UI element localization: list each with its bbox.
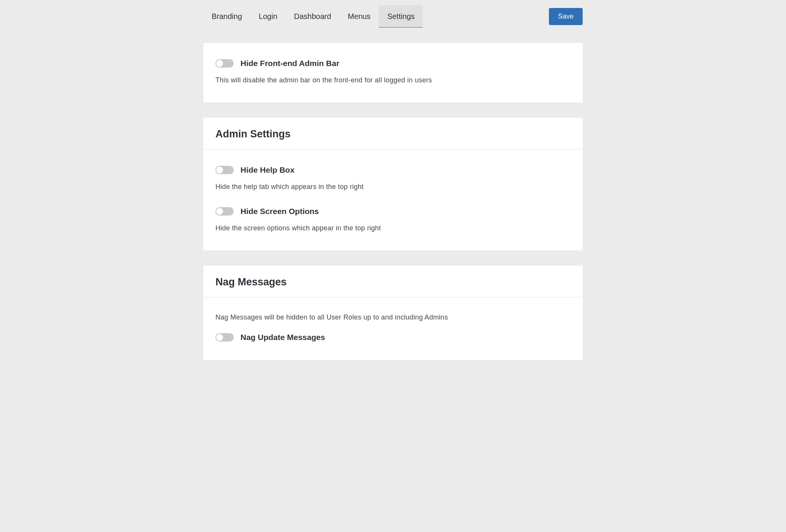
save-button[interactable]: Save bbox=[549, 8, 583, 25]
option-title: Hide Help Box bbox=[241, 165, 294, 175]
option-hide-screen-options: Hide Screen Options Hide the screen opti… bbox=[215, 207, 571, 232]
option-description: Hide the screen options which appear in … bbox=[215, 224, 571, 232]
toggle-knob bbox=[216, 167, 223, 173]
panel-heading: Admin Settings bbox=[215, 128, 571, 140]
option-hide-admin-bar: Hide Front-end Admin Bar This will disab… bbox=[215, 59, 571, 84]
tab-dashboard[interactable]: Dashboard bbox=[286, 5, 340, 28]
tab-login[interactable]: Login bbox=[250, 5, 286, 28]
toggle-hide-help-box[interactable] bbox=[215, 166, 234, 174]
panel-heading: Nag Messages bbox=[215, 276, 571, 288]
tab-branding[interactable]: Branding bbox=[203, 5, 250, 28]
panel-admin-bar: Hide Front-end Admin Bar This will disab… bbox=[203, 43, 583, 102]
toggle-hide-screen-options[interactable] bbox=[215, 207, 234, 216]
option-nag-update-messages: Nag Update Messages bbox=[215, 333, 571, 342]
toggle-knob bbox=[216, 334, 223, 341]
option-hide-help-box: Hide Help Box Hide the help tab which ap… bbox=[215, 165, 571, 191]
tab-bar: Branding Login Dashboard Menus Settings bbox=[203, 5, 423, 28]
option-title: Hide Front-end Admin Bar bbox=[241, 59, 340, 68]
option-title: Hide Screen Options bbox=[241, 207, 319, 216]
toggle-knob bbox=[216, 60, 223, 67]
tab-settings[interactable]: Settings bbox=[379, 5, 423, 28]
tab-menus[interactable]: Menus bbox=[340, 5, 379, 28]
toggle-hide-admin-bar[interactable] bbox=[215, 59, 234, 68]
panel-lead-description: Nag Messages will be hidden to all User … bbox=[215, 313, 571, 321]
panel-admin-settings: Admin Settings Hide Help Box Hide the he… bbox=[203, 118, 583, 250]
toggle-knob bbox=[216, 208, 223, 215]
option-description: Hide the help tab which appears in the t… bbox=[215, 183, 571, 191]
toggle-nag-update-messages[interactable] bbox=[215, 333, 234, 342]
option-description: This will disable the admin bar on the f… bbox=[215, 76, 571, 84]
panel-nag-messages: Nag Messages Nag Messages will be hidden… bbox=[203, 266, 583, 360]
option-title: Nag Update Messages bbox=[241, 333, 325, 342]
